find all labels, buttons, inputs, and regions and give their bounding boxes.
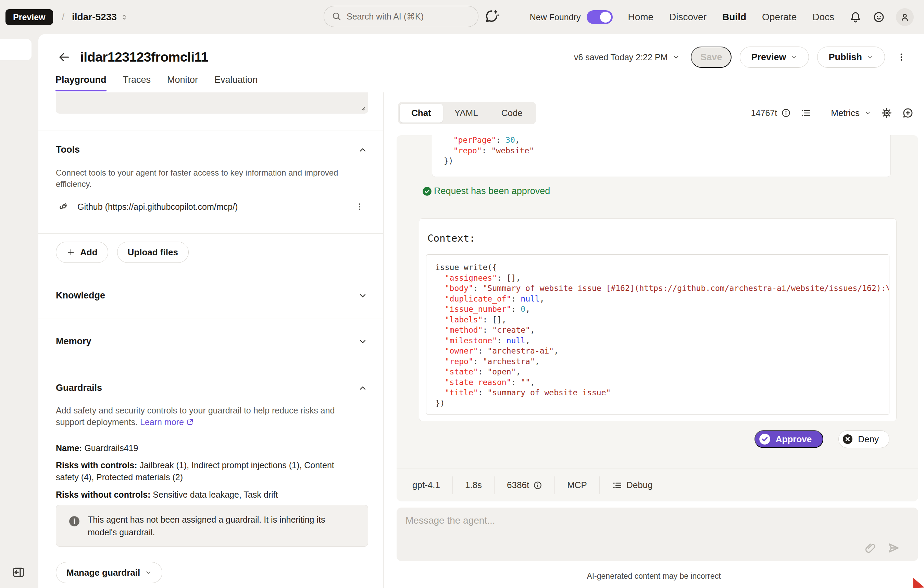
- approval-actions: Approve Deny: [754, 430, 889, 448]
- approval-status-text: Request has been approved: [434, 186, 550, 196]
- back-arrow-icon[interactable]: [58, 51, 71, 64]
- preview-button[interactable]: Preview: [740, 46, 809, 68]
- learn-more-link[interactable]: Learn more: [140, 416, 194, 428]
- account-avatar[interactable]: [896, 8, 914, 26]
- check-circle-icon: [422, 186, 432, 196]
- ai-disclaimer: AI-generated content may be incorrect: [384, 572, 924, 581]
- deny-label: Deny: [858, 434, 879, 445]
- tab-traces[interactable]: Traces: [123, 75, 151, 91]
- nav-home[interactable]: Home: [628, 12, 653, 23]
- chevron-down-icon: [867, 54, 874, 61]
- list-icon[interactable]: [800, 107, 811, 119]
- nav-discover[interactable]: Discover: [669, 12, 706, 23]
- view-tab-yaml[interactable]: YAML: [443, 104, 490, 122]
- view-tab-chat[interactable]: Chat: [400, 104, 443, 122]
- topbar-icons: [849, 8, 914, 26]
- publish-label: Publish: [828, 52, 862, 63]
- code-line: "duplicate_of": null,: [435, 294, 880, 304]
- view-tab-code[interactable]: Code: [490, 104, 534, 122]
- search-icon: [332, 11, 342, 21]
- global-search[interactable]: [323, 6, 478, 27]
- send-icon[interactable]: [887, 541, 900, 555]
- paperclip-icon[interactable]: [864, 542, 876, 554]
- risks-without-controls-line: Risks without controls: Sensitive data l…: [56, 489, 357, 501]
- kebab-icon[interactable]: [895, 53, 908, 62]
- gear-icon[interactable]: [881, 107, 893, 119]
- sort-icon: [120, 13, 129, 21]
- run-metadata: gpt-4.1 1.8s 6386t MCP Debug: [397, 469, 918, 501]
- guardrails-section-header[interactable]: Guardrails: [56, 383, 368, 393]
- x-circle-icon: [842, 434, 853, 445]
- tab-monitor[interactable]: Monitor: [167, 75, 198, 91]
- learn-more-label: Learn more: [140, 416, 184, 428]
- chevron-down-icon[interactable]: [358, 291, 368, 300]
- deny-button[interactable]: Deny: [838, 430, 889, 448]
- tab-evaluation[interactable]: Evaluation: [214, 75, 257, 91]
- context-label: Context:: [427, 232, 889, 244]
- code-line: "state": "open",: [435, 367, 880, 377]
- memory-section-header[interactable]: Memory: [56, 336, 368, 347]
- external-link-icon: [186, 418, 194, 426]
- metrics-label: Metrics: [831, 108, 860, 119]
- bell-icon[interactable]: [849, 11, 862, 23]
- tools-section-header[interactable]: Tools: [56, 145, 368, 155]
- version-status[interactable]: v6 saved Today 2:22 PM: [574, 53, 680, 62]
- tool-call-card: "perPage": 30, "repo": "website"}): [432, 135, 891, 177]
- guardrail-info-banner: This agent has not been assigned a guard…: [56, 505, 368, 547]
- header-actions: v6 saved Today 2:22 PM Save Preview Publ…: [574, 46, 908, 68]
- chevron-down-icon[interactable]: [358, 337, 368, 346]
- metrics-dropdown[interactable]: Metrics: [831, 108, 871, 119]
- breadcrumb-separator: /: [62, 12, 65, 23]
- info-icon[interactable]: [533, 481, 542, 490]
- kebab-icon[interactable]: [355, 202, 364, 211]
- search-input[interactable]: [346, 12, 470, 21]
- code-line: }): [444, 156, 879, 166]
- approve-button[interactable]: Approve: [754, 430, 823, 448]
- chat-transcript[interactable]: "perPage": 30, "repo": "website"}) Reque…: [397, 135, 918, 501]
- info-icon[interactable]: [781, 108, 791, 118]
- model-name[interactable]: gpt-4.1: [412, 480, 440, 491]
- collapse-panel-icon[interactable]: [12, 565, 25, 579]
- code-line: "method": "create",: [435, 325, 880, 335]
- debug-button[interactable]: Debug: [612, 480, 653, 491]
- upload-label: Upload files: [128, 247, 178, 258]
- message-composer[interactable]: [397, 507, 918, 561]
- new-foundry-toggle[interactable]: [587, 10, 613, 24]
- resize-icon[interactable]: [358, 103, 365, 111]
- top-bar: Preview / ildar-5233 New Foundry HomeDis…: [0, 0, 924, 34]
- project-switcher[interactable]: ildar-5233: [72, 12, 129, 23]
- tools-title: Tools: [56, 145, 80, 155]
- tool-item-github[interactable]: Github (https://api.githubcopilot.com/mc…: [58, 201, 364, 212]
- new-chat-icon[interactable]: [902, 107, 914, 119]
- manage-guardrail-button[interactable]: Manage guardrail: [56, 562, 162, 583]
- protocol-badge: MCP: [567, 480, 587, 491]
- add-tool-button[interactable]: Add: [56, 242, 108, 263]
- guardrails-description: Add safety and security controls to your…: [56, 405, 354, 428]
- risks-without-label: Risks without controls:: [56, 490, 150, 499]
- chevron-up-icon[interactable]: [358, 145, 368, 155]
- toolbar-stats: 14767t Metrics: [751, 105, 914, 120]
- instructions-textarea[interactable]: [56, 92, 368, 114]
- guardrails-title: Guardrails: [56, 383, 102, 393]
- feedback-icon[interactable]: [873, 11, 885, 23]
- divider: [821, 105, 821, 120]
- risks-without-value: Sensitive data leakage, Task drift: [153, 490, 278, 499]
- nav-operate[interactable]: Operate: [762, 12, 797, 23]
- nav-build[interactable]: Build: [722, 12, 746, 23]
- chevron-up-icon[interactable]: [358, 383, 368, 393]
- rail-tab[interactable]: [0, 39, 31, 60]
- message-input[interactable]: [406, 515, 870, 554]
- save-button[interactable]: Save: [691, 46, 731, 68]
- left-rail: [0, 34, 38, 588]
- nav-docs[interactable]: Docs: [812, 12, 834, 23]
- agent-tabs: PlaygroundTracesMonitorEvaluation: [56, 75, 257, 91]
- tab-playground[interactable]: Playground: [56, 75, 107, 91]
- tool-call-code: "perPage": 30, "repo": "website"}): [444, 135, 879, 166]
- upload-files-button[interactable]: Upload files: [117, 242, 189, 263]
- knowledge-section-header[interactable]: Knowledge: [56, 290, 368, 301]
- ai-chat-icon[interactable]: [484, 8, 500, 24]
- divider: [494, 476, 495, 494]
- publish-button[interactable]: Publish: [817, 46, 885, 68]
- divider: [38, 130, 384, 130]
- code-line: "owner": "archestra-ai",: [435, 346, 880, 356]
